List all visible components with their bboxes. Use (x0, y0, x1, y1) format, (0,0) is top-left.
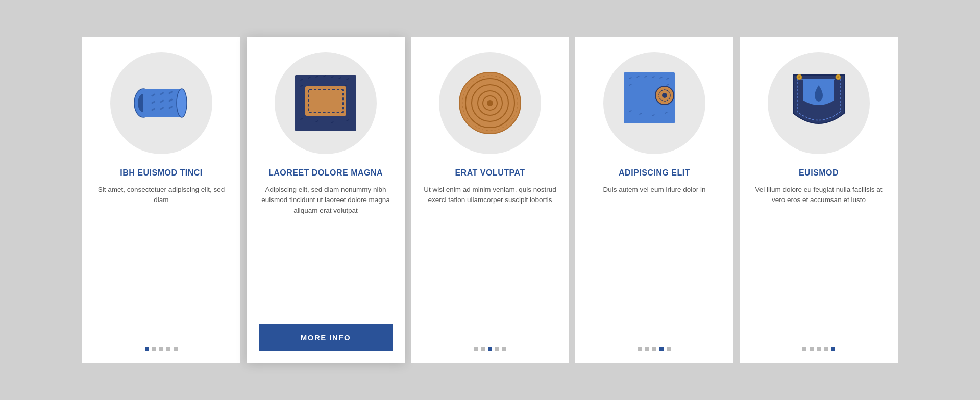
dot-2 (152, 347, 156, 351)
svg-point-3 (177, 89, 187, 117)
dot-2 (810, 347, 814, 351)
card-5-text: Vel illum dolore eu feugiat nulla facili… (752, 185, 886, 335)
card-2-title: LAOREET DOLORE MAGNA (268, 168, 383, 178)
dot-1 (638, 347, 642, 351)
dot-3 (159, 347, 163, 351)
svg-point-55 (837, 76, 839, 78)
card-3-dots (474, 347, 506, 351)
dot-5 (502, 347, 506, 351)
card-2-text: Adipiscing elit, sed diam nonummy nibh e… (259, 185, 393, 314)
dot-3 (488, 347, 492, 351)
dot-4 (659, 347, 664, 351)
svg-rect-27 (305, 86, 346, 116)
dot-2 (481, 347, 485, 351)
card-4-text: Duis autem vel eum iriure dolor in (603, 185, 705, 335)
card-3-text: Ut wisi enim ad minim veniam, quis nostr… (423, 185, 557, 335)
fabric-roll-icon (110, 52, 212, 154)
card-4: ADIPISCING ELITDuis autem vel eum iriure… (575, 37, 733, 363)
fabric-corner-icon (603, 52, 705, 154)
dot-3 (652, 347, 656, 351)
dot-1 (802, 347, 806, 351)
jeans-pocket-icon (768, 52, 870, 154)
dot-1 (145, 347, 149, 351)
card-2: LAOREET DOLORE MAGNAAdipiscing elit, sed… (247, 37, 405, 363)
wood-circle-icon (439, 52, 541, 154)
card-1: IBH EUISMOD TINCISit amet, consectetuer … (82, 37, 240, 363)
card-3-title: ERAT VOLUTPAT (455, 168, 525, 178)
card-5-title: EUISMOD (799, 168, 839, 178)
card-1-dots (145, 347, 178, 351)
cards-container: IBH EUISMOD TINCISit amet, consectetuer … (52, 16, 928, 384)
card-1-text: Sit amet, consectetuer adipiscing elit, … (94, 185, 228, 335)
dot-2 (645, 347, 649, 351)
card-5: EUISMODVel illum dolore eu feugiat nulla… (740, 37, 898, 363)
dot-5 (667, 347, 671, 351)
dot-4 (166, 347, 170, 351)
dot-4 (495, 347, 499, 351)
svg-point-34 (487, 100, 493, 106)
svg-point-51 (662, 93, 667, 98)
card-1-title: IBH EUISMOD TINCI (120, 168, 202, 178)
dot-1 (474, 347, 478, 351)
card-5-dots (802, 347, 835, 351)
dot-5 (174, 347, 178, 351)
card-4-dots (638, 347, 671, 351)
dot-4 (824, 347, 828, 351)
fabric-patch-icon (275, 52, 377, 154)
dot-5 (831, 347, 835, 351)
card-4-title: ADIPISCING ELIT (619, 168, 690, 178)
svg-point-54 (798, 76, 800, 78)
card-3: ERAT VOLUTPATUt wisi enim ad minim venia… (411, 37, 569, 363)
dot-3 (817, 347, 821, 351)
more-info-button[interactable]: MORE INFO (259, 324, 393, 351)
